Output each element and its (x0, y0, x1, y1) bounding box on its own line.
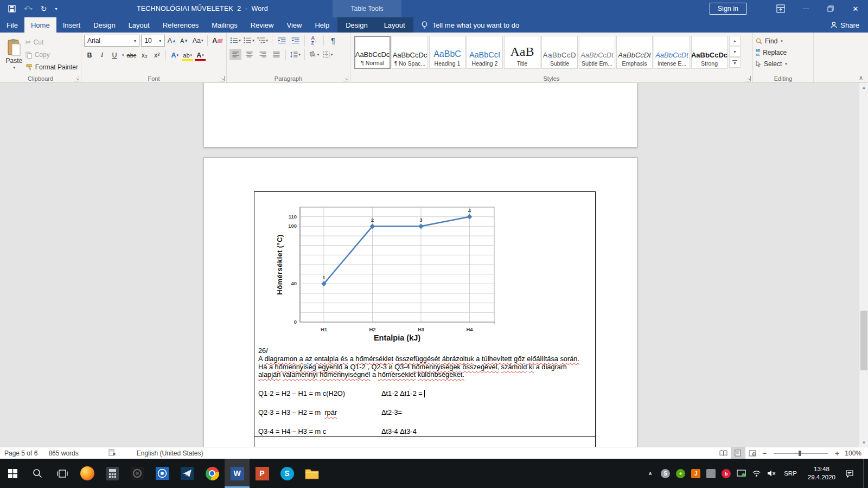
word-taskbar-icon[interactable]: W (225, 459, 250, 488)
zoom-level[interactable]: 100% (845, 450, 861, 457)
subscript-button[interactable]: x₂ (139, 49, 150, 61)
paste-button[interactable]: Paste ▾ (3, 35, 25, 73)
format-painter-button[interactable]: Format Painter (25, 62, 78, 73)
zoom-out-button[interactable]: − (760, 449, 769, 458)
superscript-button[interactable]: x² (151, 49, 162, 61)
print-layout-icon[interactable] (731, 447, 745, 459)
ribbon-tab-review[interactable]: Review (244, 17, 280, 33)
ribbon-tab-design[interactable]: Design (87, 17, 122, 33)
style-item[interactable]: AaBbCHeading 1 (429, 36, 465, 69)
ribbon-tab-references[interactable]: References (156, 17, 205, 33)
underline-button[interactable]: U (109, 49, 120, 61)
close-button[interactable]: ✕ (843, 0, 868, 17)
scrollbar-thumb[interactable] (860, 311, 867, 370)
style-item[interactable]: AaBbCcDSubtitle (541, 36, 578, 69)
clipboard-dialog-launcher[interactable]: ↘ (74, 76, 79, 81)
volume-muted-icon[interactable] (767, 469, 776, 478)
taskbar-search-icon[interactable] (25, 459, 50, 488)
redo-icon[interactable]: ↻ (41, 4, 47, 13)
calculator-icon[interactable] (100, 459, 125, 488)
borders-button[interactable]: ▾ (322, 49, 334, 60)
collapse-ribbon-icon[interactable]: ∧ (859, 74, 863, 81)
style-item[interactable]: AaBbCcDcStrong (691, 36, 727, 69)
styles-scroll-down-icon[interactable]: ▼ (729, 47, 741, 57)
sort-button[interactable]: AZ↓ (308, 35, 320, 46)
powerpoint-icon[interactable]: P (250, 459, 275, 488)
photos-app-icon[interactable] (150, 459, 175, 488)
minimize-button[interactable] (793, 0, 818, 17)
tray-java-icon[interactable]: J (691, 469, 700, 478)
firefox-icon[interactable] (75, 459, 100, 488)
align-center-button[interactable] (243, 49, 255, 60)
task-view-icon[interactable] (50, 459, 75, 488)
style-item[interactable]: AaBbCcIHeading 2 (467, 36, 503, 69)
tray-beats-icon[interactable]: b (722, 469, 731, 478)
word-count[interactable]: 865 words (48, 450, 78, 457)
font-dialog-launcher[interactable]: ↘ (219, 76, 225, 81)
read-mode-icon[interactable] (716, 447, 731, 459)
font-color-button[interactable]: A▾ (195, 49, 206, 61)
style-item[interactable]: AaBTitle (504, 36, 540, 69)
align-left-button[interactable] (229, 49, 241, 60)
copy-button[interactable]: Copy (25, 49, 78, 60)
language-switcher[interactable]: SRP (782, 470, 799, 477)
page-current[interactable]: 1234110100400H1H2H3H4Hőmérséklet (°C)Ent… (203, 157, 637, 447)
chrome-icon[interactable] (200, 459, 225, 488)
scroll-up-icon[interactable]: ▲ (859, 83, 868, 92)
tray-skype-icon[interactable]: S (661, 469, 670, 478)
style-item[interactable]: AaBbCcDtEmphasis (616, 36, 653, 69)
web-layout-icon[interactable] (745, 447, 760, 459)
save-icon[interactable] (8, 5, 16, 12)
find-button[interactable]: Find▾ (756, 35, 810, 47)
bullets-button[interactable]: ▾ (229, 35, 241, 46)
hidden-icons-chevron[interactable]: ∧ (646, 469, 655, 478)
shading-button[interactable]: ▾ (308, 49, 320, 60)
decrease-indent-button[interactable] (276, 35, 288, 46)
zoom-slider[interactable] (774, 453, 828, 454)
customize-qat-icon[interactable]: ▾ (55, 7, 57, 11)
style-item[interactable]: AaBbCcDc¶ No Spac... (392, 36, 428, 69)
scroll-down-icon[interactable]: ▼ (859, 438, 868, 447)
proofing-errors-icon[interactable] (108, 449, 116, 458)
zoom-slider-thumb[interactable] (799, 451, 801, 456)
file-explorer-icon[interactable] (299, 459, 324, 488)
contextual-tab-design[interactable]: Design (337, 17, 375, 33)
italic-button[interactable]: I (97, 49, 107, 61)
page-indicator[interactable]: Page 5 of 6 (4, 450, 37, 457)
bold-button[interactable]: B (84, 49, 95, 61)
ribbon-tab-file[interactable]: File (0, 17, 24, 33)
tray-cast-icon[interactable] (737, 469, 746, 478)
ribbon-tab-mailings[interactable]: Mailings (205, 17, 244, 33)
table-cell-next-row[interactable] (254, 436, 596, 447)
skype-icon[interactable]: S (275, 459, 299, 488)
strikethrough-button[interactable]: abc (126, 49, 138, 61)
replace-button[interactable]: abac Replace (756, 47, 810, 58)
camera-app-icon[interactable] (125, 459, 150, 488)
restore-button[interactable] (818, 0, 843, 17)
undo-icon[interactable]: ↶▾ (24, 4, 33, 13)
ribbon-tab-help[interactable]: Help (308, 17, 336, 33)
mail-app-icon[interactable] (175, 459, 200, 488)
zoom-in-button[interactable]: + (833, 449, 841, 458)
justify-button[interactable] (270, 49, 282, 60)
table-cell-chart[interactable]: 1234110100400H1H2H3H4Hőmérséklet (°C)Ent… (254, 191, 596, 437)
share-button[interactable]: Share (831, 17, 868, 33)
ribbon-display-options-icon[interactable] (768, 0, 793, 17)
styles-dialog-launcher[interactable]: ↘ (745, 76, 751, 81)
grow-font-button[interactable]: A▲ (167, 35, 177, 47)
show-desktop-button[interactable] (863, 459, 866, 488)
paragraph-dialog-launcher[interactable]: ↘ (343, 76, 348, 81)
style-item[interactable]: AaBbCcDtIntense E... (654, 36, 690, 69)
ribbon-tab-home[interactable]: Home (24, 17, 56, 33)
start-button[interactable] (0, 459, 25, 488)
ribbon-tab-view[interactable]: View (280, 17, 308, 33)
select-button[interactable]: Select▾ (756, 58, 810, 69)
language-indicator[interactable]: English (United States) (137, 450, 203, 457)
vertical-scrollbar[interactable]: ▲ ▼ (859, 83, 868, 447)
tray-vm-icon[interactable] (706, 469, 716, 478)
wifi-icon[interactable] (752, 469, 761, 478)
font-size-select[interactable]: 10▾ (141, 35, 164, 47)
font-family-select[interactable]: Arial▾ (84, 35, 139, 47)
change-case-button[interactable]: Aa▾ (192, 35, 204, 47)
styles-more-icon[interactable]: ▼ (729, 57, 741, 68)
